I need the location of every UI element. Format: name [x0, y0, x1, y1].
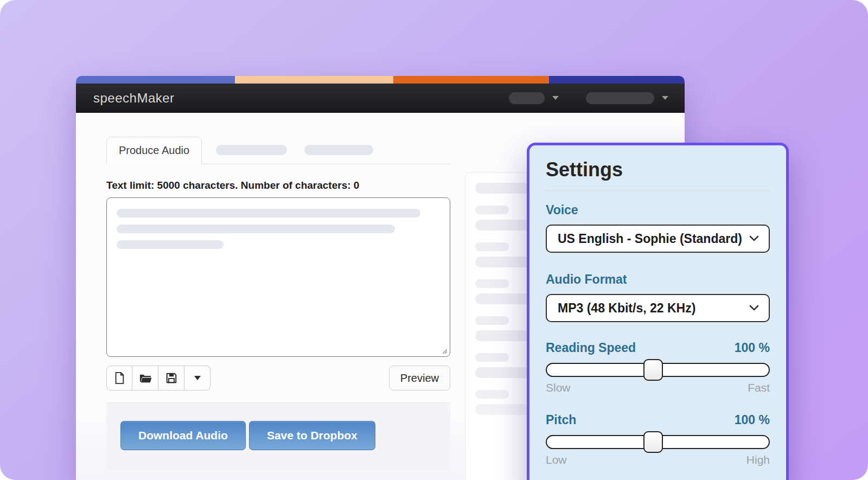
audio-format-label: Audio Format	[546, 272, 770, 287]
stripe-segment-orange	[393, 76, 549, 84]
reading-speed-slider-thumb[interactable]	[643, 359, 663, 381]
placeholder-line	[475, 242, 509, 251]
audio-format-select[interactable]: MP3 (48 Kbit/s, 22 KHz)	[546, 294, 770, 322]
resize-handle[interactable]	[440, 347, 448, 354]
slow-label: Slow	[546, 381, 571, 394]
nav-menu-placeholder[interactable]	[586, 92, 668, 104]
action-bar: Download Audio Save to Dropbox	[106, 402, 450, 470]
stripe-segment-navy	[549, 76, 685, 84]
chevron-down-icon	[749, 305, 759, 311]
preview-button[interactable]: Preview	[389, 366, 450, 391]
voice-select[interactable]: US English - Sophie (Standard)	[546, 225, 770, 253]
caret-down-icon	[662, 96, 668, 100]
brand-stripe	[76, 76, 685, 84]
nav-pill	[586, 92, 654, 104]
nav-menu-group	[509, 92, 668, 104]
stripe-segment-peach	[235, 76, 393, 84]
pitch-value: 100 %	[735, 413, 770, 427]
file-menu-button[interactable]	[184, 366, 210, 391]
voice-select-value: US English - Sophie (Standard)	[558, 232, 742, 246]
app-logo: speechMaker	[93, 91, 175, 106]
settings-panel: Settings Voice US English - Sophie (Stan…	[527, 143, 789, 480]
placeholder-line	[117, 240, 224, 249]
pitch-label: Pitch	[546, 413, 576, 427]
save-to-dropbox-button[interactable]: Save to Dropbox	[249, 421, 375, 450]
reading-speed-label: Reading Speed	[546, 341, 636, 355]
voice-label: Voice	[546, 203, 770, 217]
caret-down-icon	[552, 96, 559, 100]
settings-title: Settings	[546, 158, 770, 181]
navbar: speechMaker	[76, 84, 685, 113]
pitch-slider[interactable]	[546, 435, 770, 449]
high-label: High	[746, 453, 770, 466]
placeholder-line	[475, 390, 509, 399]
open-folder-icon	[139, 373, 152, 383]
new-document-button[interactable]	[106, 366, 132, 391]
tab-bar: Produce Audio	[106, 137, 450, 164]
download-audio-button[interactable]: Download Audio	[120, 421, 246, 450]
placeholder-line	[117, 225, 395, 233]
tab-placeholder[interactable]	[304, 145, 373, 155]
placeholder-line	[475, 279, 509, 288]
placeholder-line	[475, 206, 509, 214]
tab-placeholder[interactable]	[216, 145, 287, 155]
new-document-icon	[113, 372, 125, 385]
save-icon	[165, 372, 177, 384]
desktop-background: speechMaker Produce Audio Text limit: 50…	[0, 0, 868, 480]
stripe-segment-indigo	[76, 76, 235, 84]
chevron-down-icon	[749, 235, 759, 242]
pitch-slider-thumb[interactable]	[643, 431, 663, 453]
nav-pill	[509, 92, 545, 104]
open-file-button[interactable]	[132, 366, 158, 391]
tab-placeholder-group	[216, 145, 373, 155]
placeholder-line	[117, 209, 420, 217]
save-file-button[interactable]	[158, 366, 184, 391]
reading-speed-slider[interactable]	[546, 363, 770, 377]
fast-label: Fast	[748, 381, 770, 394]
text-input-area[interactable]	[106, 197, 450, 357]
reading-speed-value: 100 %	[735, 341, 770, 355]
editor-toolbar: Preview	[106, 366, 450, 391]
nav-menu-placeholder[interactable]	[509, 92, 559, 104]
divider	[546, 190, 770, 191]
placeholder-line	[475, 316, 509, 325]
tab-produce-audio[interactable]: Produce Audio	[106, 137, 202, 164]
placeholder-line	[475, 353, 509, 362]
audio-format-select-value: MP3 (48 Kbit/s, 22 KHz)	[558, 301, 695, 316]
caret-down-icon	[194, 376, 201, 381]
low-label: Low	[546, 453, 567, 466]
character-limit-text: Text limit: 5000 characters. Number of c…	[106, 180, 450, 191]
